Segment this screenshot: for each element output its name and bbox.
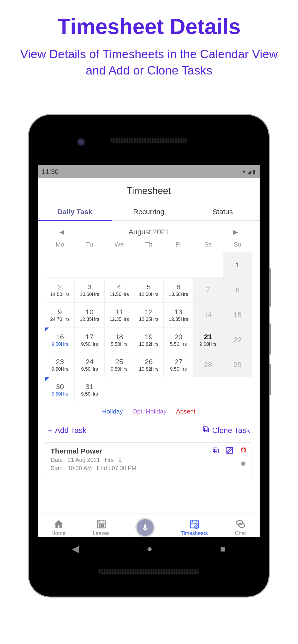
svg-point-11	[102, 526, 103, 527]
calendar-day-cell[interactable]: 2610.82Hrs	[134, 352, 163, 377]
calendar-day-cell[interactable]: 411.50Hrs	[104, 278, 134, 302]
calendar-day-cell	[45, 252, 75, 278]
calendar-day-number: 24	[85, 358, 93, 366]
svg-rect-12	[144, 524, 146, 528]
android-recents-button[interactable]: ■	[220, 544, 226, 554]
calendar-day-number: 3	[88, 283, 92, 291]
calendar-day-hours: 10.50Hrs	[80, 292, 99, 297]
calendar-day-cell[interactable]: 15	[223, 302, 252, 327]
calendar-dow: Th	[134, 241, 163, 248]
calendar-day-cell[interactable]: 309.50Hrs	[45, 377, 75, 402]
delete-task-button[interactable]	[240, 446, 247, 455]
calendar-day-cell[interactable]: 7	[193, 278, 223, 302]
tab-status[interactable]: Status	[186, 204, 260, 220]
home-icon	[53, 519, 64, 529]
calendar-day-cell[interactable]: 29	[223, 352, 252, 377]
svg-point-10	[101, 526, 102, 527]
calendar-day-cell[interactable]: 214.50Hrs	[45, 278, 75, 302]
calendar-day-cell[interactable]: 185.50Hrs	[104, 327, 134, 352]
calendar-dow: Fr	[164, 241, 193, 248]
add-task-button[interactable]: + Add Task	[48, 425, 86, 435]
calendar-day-hours: 10.82Hrs	[139, 342, 158, 347]
add-task-label: Add Task	[55, 426, 86, 435]
calendar-day-hours: 11.50Hrs	[109, 292, 129, 297]
calendar-day-number: 13	[175, 308, 182, 316]
calendar-day-number: 12	[145, 308, 153, 316]
calendar-day-cell[interactable]: 169.50Hrs	[45, 327, 75, 352]
calendar-day-cell[interactable]: 1212.35Hrs	[134, 302, 163, 327]
tab-daily-task[interactable]: Daily Task	[38, 204, 112, 220]
marketing-title: Timesheet Details	[10, 14, 288, 39]
task-hours: Hrs : 9	[105, 457, 122, 463]
wifi-icon: ▾	[243, 168, 245, 175]
calendar-day-cell[interactable]: 613.50Hrs	[164, 278, 193, 302]
calendar-day-number: 28	[204, 360, 212, 369]
calendar-day-number: 23	[56, 358, 64, 366]
calendar-day-hours: 9.50Hrs	[52, 342, 68, 347]
tab-recurring[interactable]: Recurring	[112, 204, 186, 220]
calendar-day-cell[interactable]: 239.50Hrs	[45, 352, 75, 377]
calendar-day-cell[interactable]: 219.00Hrs	[193, 327, 223, 352]
calendar-day-cell[interactable]: 249.50Hrs	[75, 352, 104, 377]
calendar-day-cell[interactable]: 1312.35Hrs	[164, 302, 193, 327]
nav-home[interactable]: Home	[51, 519, 66, 536]
calendar-day-hours: 9.50Hrs	[111, 366, 128, 372]
calendar-day-cell[interactable]: 319.50Hrs	[75, 377, 104, 402]
svg-point-6	[99, 524, 100, 525]
calendar-day-cell[interactable]: 205.50Hrs	[164, 327, 193, 352]
legend: Holiday Opt. Holiday Absent	[38, 402, 260, 421]
calendar-day-cell[interactable]: 1	[223, 252, 252, 278]
speaker-bottom	[98, 569, 199, 574]
nav-leaves[interactable]: Leaves	[93, 519, 110, 536]
calendar-day-cell[interactable]: 512.50Hrs	[134, 278, 163, 302]
mic-button[interactable]	[137, 519, 154, 536]
calendar-day-number: 21	[204, 333, 212, 341]
android-back-button[interactable]: ◀	[72, 543, 79, 554]
copy-task-button[interactable]	[212, 446, 220, 455]
calendar-day-hours: 24.70Hrs	[50, 316, 70, 322]
calendar-day-hours: 12.35Hrs	[80, 316, 99, 322]
legend-absent: Absent	[176, 408, 196, 415]
calendar-dow: We	[104, 241, 134, 248]
prev-month-button[interactable]: ◀	[60, 228, 64, 236]
calendar-day-hours: 9.50Hrs	[81, 366, 98, 372]
calendar-day-number: 16	[56, 333, 64, 341]
calendar-day-cell[interactable]: 279.50Hrs	[164, 352, 193, 377]
marketing-subtitle: View Details of Timesheets in the Calend…	[10, 46, 288, 78]
calendar-day-cell	[164, 252, 193, 278]
next-month-button[interactable]: ▶	[233, 228, 238, 236]
calendar-day-cell[interactable]: 28	[193, 352, 223, 377]
calendar-dow: Tu	[75, 241, 104, 248]
status-bar: 11:30 ▾ ◢ ▮	[38, 165, 260, 178]
calendar-day-cell[interactable]: 1012.35Hrs	[75, 302, 104, 327]
task-end: End : 07:30 PM	[97, 465, 136, 471]
calendar-day-cell[interactable]: 22	[223, 327, 252, 352]
nav-timesheets[interactable]: Timesheets	[181, 519, 208, 536]
battery-icon: ▮	[253, 168, 256, 175]
calendar-day-cell[interactable]: 8	[223, 278, 252, 302]
nav-home-label: Home	[51, 530, 66, 536]
calendar-day-hours: 9.50Hrs	[52, 366, 68, 372]
calendar-day-hours: 12.35Hrs	[109, 316, 129, 322]
calendar-day-number: 20	[175, 333, 182, 341]
calendar-day-number: 18	[115, 333, 123, 341]
clone-task-button[interactable]: Clone Task	[202, 425, 250, 435]
calendar-day-cell[interactable]: 310.50Hrs	[75, 278, 104, 302]
calendar-day-cell[interactable]: 259.50Hrs	[104, 352, 134, 377]
calendar-day-cell[interactable]: 1112.35Hrs	[104, 302, 134, 327]
calendar-day-cell[interactable]: 14	[193, 302, 223, 327]
nav-chat[interactable]: Chat	[235, 519, 246, 536]
calendar-day-number: 6	[176, 283, 181, 291]
edit-task-button[interactable]	[226, 446, 233, 455]
task-date: Date : 21 Aug 2021	[51, 457, 100, 463]
calendar-day-cell[interactable]: 1910.82Hrs	[134, 327, 163, 352]
calendar-dow: Mo	[45, 241, 75, 248]
task-card[interactable]: Thermal Power Date : 21 Aug 2021 Hrs : 9…	[45, 442, 252, 478]
calendar-day-cell[interactable]: 179.50Hrs	[75, 327, 104, 352]
timesheet-icon	[189, 519, 200, 529]
calendar-day-number: 1	[236, 261, 240, 269]
calendar-day-hours: 5.50Hrs	[111, 342, 128, 347]
svg-rect-3	[213, 448, 217, 452]
android-home-button[interactable]: ●	[146, 544, 152, 554]
calendar-day-cell[interactable]: 924.70Hrs	[45, 302, 75, 327]
